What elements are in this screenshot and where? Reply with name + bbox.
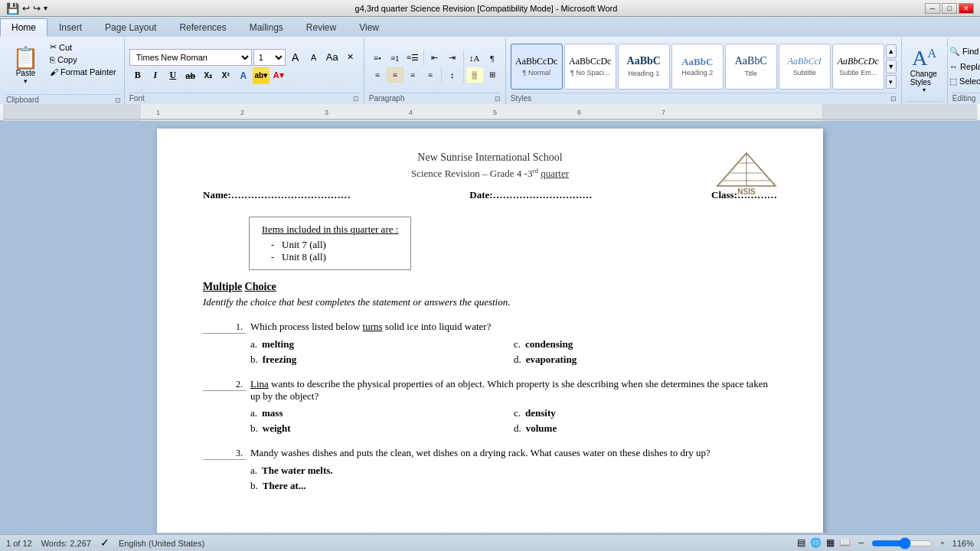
style-subtitle-preview: AaBbCcI [788, 56, 822, 67]
font-size-select[interactable]: 1 [253, 49, 286, 66]
text-effects-button[interactable]: A [235, 67, 252, 84]
style-h2-preview: AaBbC [681, 56, 713, 68]
increase-indent-button[interactable]: ⇥ [444, 51, 461, 66]
style-no-spacing[interactable]: AaBbCcDc ¶ No Spaci... [564, 44, 616, 90]
item-1: - Unit 7 (all) [262, 239, 398, 251]
svg-text:2: 2 [240, 109, 244, 116]
q3-choices: a.The water melts. b.There at... [250, 465, 777, 492]
subscript-button[interactable]: X₂ [200, 67, 217, 84]
font-name-select[interactable]: Times New Roman [129, 49, 252, 66]
shrink-font-button[interactable]: A [305, 49, 322, 66]
zoom-plus[interactable]: + [940, 539, 945, 547]
align-left-button[interactable]: ≡ [369, 67, 386, 83]
change-styles-button[interactable]: AA Change Styles ▾ [906, 44, 942, 96]
style-subtitle[interactable]: AaBbCcI Subtitle [779, 44, 831, 90]
q1-blank: 1. [203, 321, 246, 334]
style-subtle-em[interactable]: AaBbCcDc Subtle Em... [832, 44, 884, 90]
format-painter-button[interactable]: 🖌 Format Painter [47, 67, 119, 77]
view-normal-icon[interactable]: ▤ [797, 537, 805, 549]
svg-line-16 [720, 153, 746, 186]
font-expand-icon[interactable]: ⊡ [353, 95, 359, 103]
q3-line: 3. Mandy washes dishes and puts the clea… [203, 447, 777, 460]
tab-page-layout[interactable]: Page Layout [93, 18, 168, 37]
para-row2: ≡ ≡ ≡ ≡ ↕ ▒ ⊞ [369, 67, 501, 83]
window-title: g4,3rd quarter Science Revision [Compati… [47, 4, 925, 13]
view-reading-icon[interactable]: 📖 [839, 537, 851, 549]
q1-d: d.evaporating [514, 354, 777, 366]
change-styles-label: Change Styles [910, 70, 939, 86]
copy-icon: ⎘ [50, 55, 55, 64]
svg-line-17 [746, 153, 773, 186]
question-1: 1. Which process listed below turns soli… [203, 321, 777, 366]
find-button[interactable]: 🔍 Find ▾ [946, 45, 980, 58]
view-print-icon[interactable]: ▦ [826, 537, 835, 549]
decrease-indent-button[interactable]: ⇤ [426, 51, 443, 66]
tab-home[interactable]: Home [0, 18, 47, 37]
q2-b: b.weight [250, 422, 514, 435]
select-button[interactable]: ⬚ Select ▾ [946, 75, 980, 88]
document-page[interactable]: New Sunrise International School Science… [157, 129, 823, 533]
fields-row: Name:……………………………… Date:………………………… Class:… [203, 189, 777, 201]
style-title[interactable]: AaBbC Title [725, 44, 777, 90]
borders-button[interactable]: ⊞ [484, 67, 501, 83]
styles-scroll: ▲ ▼ ▾ [886, 44, 897, 89]
close-button[interactable]: ✕ [959, 3, 974, 14]
tab-insert[interactable]: Insert [47, 18, 93, 37]
style-heading1[interactable]: AaBbC Heading 1 [618, 44, 670, 90]
replace-button[interactable]: ↔ Replace [946, 60, 980, 73]
zoom-slider[interactable] [871, 537, 933, 549]
font-color-button[interactable]: A▾ [270, 67, 287, 84]
tab-review[interactable]: Review [295, 18, 348, 37]
sort-button[interactable]: ↕A [466, 51, 483, 66]
styles-scroll-more[interactable]: ▾ [886, 75, 897, 89]
change-styles-icon: AA [912, 47, 936, 69]
italic-button[interactable]: I [147, 67, 164, 84]
style-heading2[interactable]: AaBbC Heading 2 [671, 44, 724, 90]
paste-button[interactable]: 📋 Paste ▾ [6, 38, 45, 94]
align-center-button[interactable]: ≡ [387, 67, 403, 83]
change-case-button[interactable]: Aa [324, 49, 341, 66]
styles-scroll-up[interactable]: ▲ [886, 44, 897, 58]
clipboard-expand-icon[interactable]: ⊡ [115, 96, 121, 104]
paragraph-expand-icon[interactable]: ⊡ [495, 95, 501, 103]
maximize-button[interactable]: □ [942, 3, 957, 14]
numbering-button[interactable]: ≡1 [387, 51, 403, 66]
clear-format-button[interactable]: ✕ [342, 49, 359, 66]
minimize-button[interactable]: ─ [925, 3, 940, 14]
title-bar: 💾 ↩ ↪ ▾ g4,3rd quarter Science Revision … [0, 0, 980, 17]
line-spacing-button[interactable]: ↕ [444, 67, 461, 83]
document-area[interactable]: New Sunrise International School Science… [0, 121, 980, 533]
style-normal-label: ¶ Normal [523, 69, 550, 77]
align-right-button[interactable]: ≡ [404, 67, 421, 83]
zoom-minus[interactable]: ─ [858, 539, 864, 547]
section-subtitle: Identify the choice that best completes … [203, 296, 777, 308]
view-web-icon[interactable]: 🌐 [810, 537, 822, 549]
school-header: New Sunrise International School Science… [203, 152, 777, 180]
tab-mailings[interactable]: Mailings [238, 18, 295, 37]
superscript-button[interactable]: X² [217, 67, 234, 84]
clipboard-label: Clipboard [6, 96, 39, 104]
grow-font-button[interactable]: A [287, 49, 304, 66]
cut-button[interactable]: ✂ Cut [47, 41, 119, 53]
spell-check-icon[interactable]: ✓ [100, 536, 109, 549]
shading-button[interactable]: ▒ [466, 67, 483, 83]
bullets-button[interactable]: ≡• [369, 51, 386, 66]
multilevel-button[interactable]: ≡☰ [404, 51, 421, 66]
style-title-label: Title [744, 70, 757, 77]
highlight-button[interactable]: ab▾ [253, 67, 270, 84]
underline-button[interactable]: U [165, 67, 181, 84]
justify-button[interactable]: ≡ [422, 67, 439, 83]
styles-label: Styles [511, 94, 531, 103]
style-normal[interactable]: AaBbCcDc ¶ Normal [511, 44, 563, 90]
strikethrough-button[interactable]: ab [182, 67, 199, 84]
section-title-container: Multiple Choice [203, 281, 777, 293]
tab-references[interactable]: References [168, 18, 237, 37]
svg-rect-9 [3, 104, 141, 121]
bold-button[interactable]: B [129, 67, 146, 84]
svg-text:6: 6 [577, 109, 581, 116]
styles-scroll-down[interactable]: ▼ [886, 60, 897, 73]
styles-expand-icon[interactable]: ⊡ [890, 95, 897, 103]
tab-view[interactable]: View [348, 18, 390, 37]
copy-button[interactable]: ⎘ Copy [47, 54, 119, 65]
show-marks-button[interactable]: ¶ [484, 51, 501, 66]
